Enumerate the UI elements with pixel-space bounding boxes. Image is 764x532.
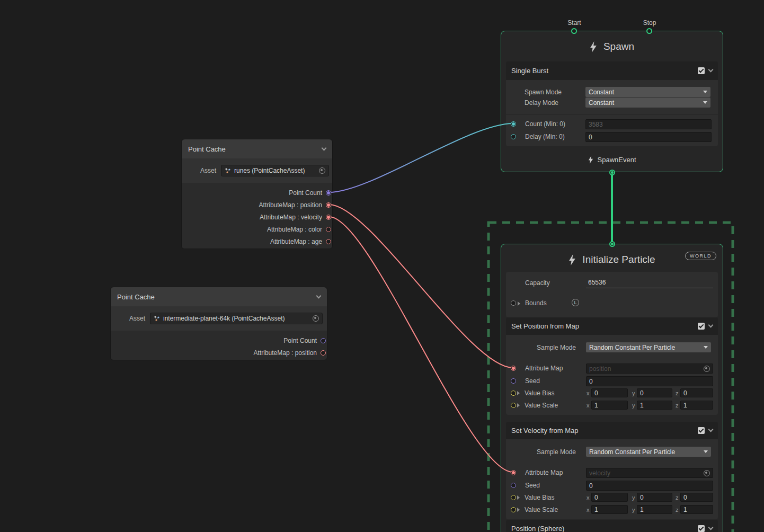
block-title: Set Velocity from Map xyxy=(511,427,578,435)
bias-x-value: 0 xyxy=(594,494,598,501)
attribute-map-label: Attribute Map xyxy=(525,469,563,476)
dropdown-value: Constant xyxy=(589,88,614,96)
foldout-arrow-icon[interactable] xyxy=(517,391,520,395)
attribute-map-field[interactable]: position xyxy=(586,363,713,374)
count-input[interactable]: 3583 xyxy=(585,119,712,129)
bias-z-input[interactable]: 0 xyxy=(680,493,713,502)
point-cache-node-planet[interactable]: Point Cache Asset intermediate-planet-64… xyxy=(110,287,327,360)
foldout-arrow-icon[interactable] xyxy=(517,403,520,407)
dropdown-arrow-icon xyxy=(704,346,708,349)
asset-object-field[interactable]: intermediate-planet-64k (PointCacheAsset… xyxy=(150,313,323,324)
capacity-input[interactable]: 65536 xyxy=(586,277,713,288)
z-axis-label: z xyxy=(676,402,679,409)
delay-mode-label: Delay Mode xyxy=(525,99,558,107)
block-chevron-icon[interactable] xyxy=(708,427,714,432)
point-count-output-port[interactable] xyxy=(326,190,331,196)
bounds-label: Bounds xyxy=(525,299,547,307)
foldout-arrow-icon[interactable] xyxy=(518,302,520,306)
count-label: Count (Min: 0) xyxy=(525,120,565,128)
block-enabled-checkbox[interactable] xyxy=(698,427,705,434)
bounds-input-port[interactable] xyxy=(511,300,516,306)
scale-x-input[interactable]: 1 xyxy=(591,401,628,410)
spawn-mode-label: Spawn Mode xyxy=(525,88,562,96)
attributemap-velocity-output-port[interactable] xyxy=(326,215,331,220)
object-picker-icon[interactable] xyxy=(704,470,710,476)
start-flow-port[interactable] xyxy=(571,28,577,34)
block-enabled-checkbox[interactable] xyxy=(698,525,705,532)
bias-x-input[interactable]: 0 xyxy=(591,388,628,397)
seed-input[interactable]: 0 xyxy=(586,376,713,386)
collapse-chevron-icon[interactable] xyxy=(316,293,322,298)
node-header[interactable]: Point Cache xyxy=(111,287,327,306)
seed-input[interactable]: 0 xyxy=(586,481,713,491)
foldout-arrow-icon[interactable] xyxy=(517,508,520,512)
spawn-event-flow-port[interactable] xyxy=(609,170,615,175)
attributemap-age-output-port[interactable] xyxy=(326,239,331,244)
attributemap-position-output-port[interactable] xyxy=(321,350,326,356)
delay-mode-dropdown[interactable]: Constant xyxy=(585,97,710,108)
block-title: Set Position from Map xyxy=(511,322,579,330)
sample-mode-dropdown[interactable]: Random Constant Per Particle xyxy=(586,342,711,352)
flow-output-label: SpawnEvent xyxy=(598,156,636,164)
block-enabled-checkbox[interactable] xyxy=(698,67,705,74)
foldout-arrow-icon[interactable] xyxy=(517,495,520,500)
set-velocity-block-header[interactable]: Set Velocity from Map xyxy=(506,422,718,439)
port-label: AttributeMap : position xyxy=(254,349,317,357)
position-sphere-block-header[interactable]: Position (Sphere) xyxy=(506,520,718,532)
object-picker-icon[interactable] xyxy=(319,167,325,174)
port-label: AttributeMap : velocity xyxy=(260,214,322,221)
scale-y-input[interactable]: 1 xyxy=(637,505,672,514)
spawn-mode-dropdown[interactable]: Constant xyxy=(585,87,710,97)
point-cache-node-runes[interactable]: Point Cache Asset runes (PointCacheAsset… xyxy=(181,139,333,249)
bias-y-input[interactable]: 0 xyxy=(637,493,672,502)
space-badge[interactable]: WORLD xyxy=(685,252,716,260)
value-bias-input-port[interactable] xyxy=(511,495,516,500)
set-position-block-header[interactable]: Set Position from Map xyxy=(506,317,718,335)
bias-z-input[interactable]: 0 xyxy=(680,388,713,397)
vfx-graph-canvas[interactable]: Point Cache Asset runes (PointCacheAsset… xyxy=(0,0,764,532)
scale-x-input[interactable]: 1 xyxy=(591,505,628,514)
sample-mode-label: Sample Mode xyxy=(537,344,576,351)
attributemap-position-output-port[interactable] xyxy=(326,202,331,208)
block-chevron-icon[interactable] xyxy=(708,323,714,328)
pointcache-asset-icon xyxy=(225,167,231,174)
asset-object-field[interactable]: runes (PointCacheAsset) xyxy=(221,165,329,176)
value-bias-label: Value Bias xyxy=(525,389,554,397)
seed-input-port[interactable] xyxy=(511,483,516,488)
seed-input-port[interactable] xyxy=(511,378,516,384)
collapse-chevron-icon[interactable] xyxy=(322,145,327,150)
block-chevron-icon[interactable] xyxy=(708,525,714,530)
value-scale-input-port[interactable] xyxy=(511,403,516,408)
output-row: AttributeMap : velocity xyxy=(182,211,332,223)
block-enabled-checkbox[interactable] xyxy=(698,323,705,330)
delay-input-port[interactable] xyxy=(511,134,516,139)
scale-z-input[interactable]: 1 xyxy=(680,401,713,410)
local-space-icon[interactable]: L xyxy=(572,299,579,306)
spawn-context-node[interactable]: Start Stop Spawn Single Burst Spawn Mode… xyxy=(501,31,723,172)
sample-mode-dropdown[interactable]: Random Constant Per Particle xyxy=(586,447,711,457)
point-count-output-port[interactable] xyxy=(321,338,326,343)
attribute-map-input-port[interactable] xyxy=(511,470,516,475)
count-input-port[interactable] xyxy=(511,121,516,127)
context-title: Spawn xyxy=(603,41,634,52)
attributemap-color-output-port[interactable] xyxy=(326,227,331,232)
initialize-context-node[interactable]: Initialize Particle WORLD Capacity 65536… xyxy=(501,244,723,532)
object-picker-icon[interactable] xyxy=(704,366,710,372)
single-burst-block-header[interactable]: Single Burst xyxy=(506,61,718,80)
object-picker-icon[interactable] xyxy=(313,315,319,322)
attribute-map-input-port[interactable] xyxy=(511,366,516,371)
attribute-map-field[interactable]: velocity xyxy=(586,468,713,478)
value-bias-label: Value Bias xyxy=(525,494,554,501)
initialize-input-flow-port[interactable] xyxy=(609,241,615,247)
scale-z-input[interactable]: 1 xyxy=(680,505,713,514)
value-bias-input-port[interactable] xyxy=(511,391,516,396)
bias-y-input[interactable]: 0 xyxy=(637,388,672,397)
scale-y-input[interactable]: 1 xyxy=(637,401,672,410)
bias-y-value: 0 xyxy=(640,494,644,501)
node-header[interactable]: Point Cache xyxy=(182,139,332,158)
stop-flow-port[interactable] xyxy=(646,28,652,34)
block-chevron-icon[interactable] xyxy=(708,67,714,73)
value-scale-input-port[interactable] xyxy=(511,507,516,512)
delay-input[interactable]: 0 xyxy=(585,132,712,142)
bias-x-input[interactable]: 0 xyxy=(591,493,628,502)
